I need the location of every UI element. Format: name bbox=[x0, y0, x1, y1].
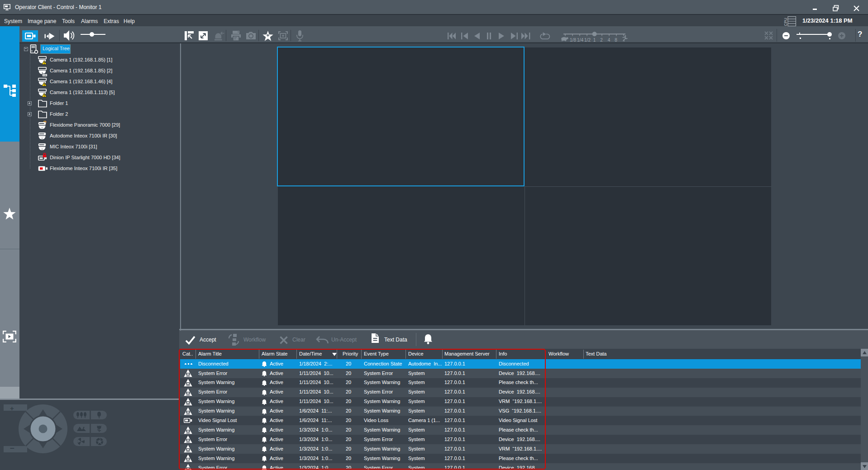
svg-text:2: 2 bbox=[600, 38, 603, 43]
svg-text:8: 8 bbox=[615, 38, 617, 43]
svg-text:1/4: 1/4 bbox=[577, 38, 583, 43]
svg-text:4: 4 bbox=[608, 38, 610, 43]
svg-text:1/8: 1/8 bbox=[570, 38, 576, 43]
svg-text:CPU: CPU bbox=[783, 18, 788, 26]
svg-text:1: 1 bbox=[593, 38, 596, 43]
svg-text:1/2: 1/2 bbox=[584, 38, 591, 43]
